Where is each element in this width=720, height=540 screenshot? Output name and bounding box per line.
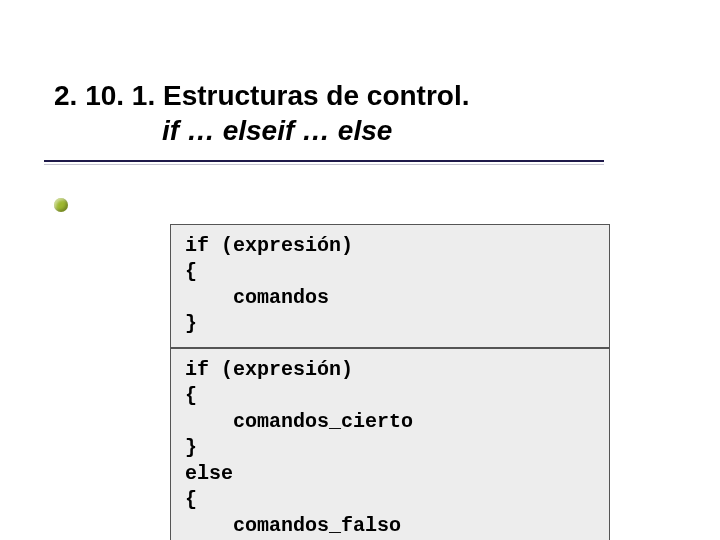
code-block-if: if (expresión) { comandos } <box>170 224 610 348</box>
title-line-2: if … elseif … else <box>162 113 614 148</box>
slide-title: 2. 10. 1. Estructuras de control. if … e… <box>54 78 614 148</box>
slide: 2. 10. 1. Estructuras de control. if … e… <box>0 0 720 540</box>
code-block-if-else: if (expresión) { comandos_cierto } else … <box>170 348 610 540</box>
title-line-1: 2. 10. 1. Estructuras de control. <box>54 78 614 113</box>
bullet-icon <box>54 198 68 212</box>
title-underline <box>44 160 604 162</box>
